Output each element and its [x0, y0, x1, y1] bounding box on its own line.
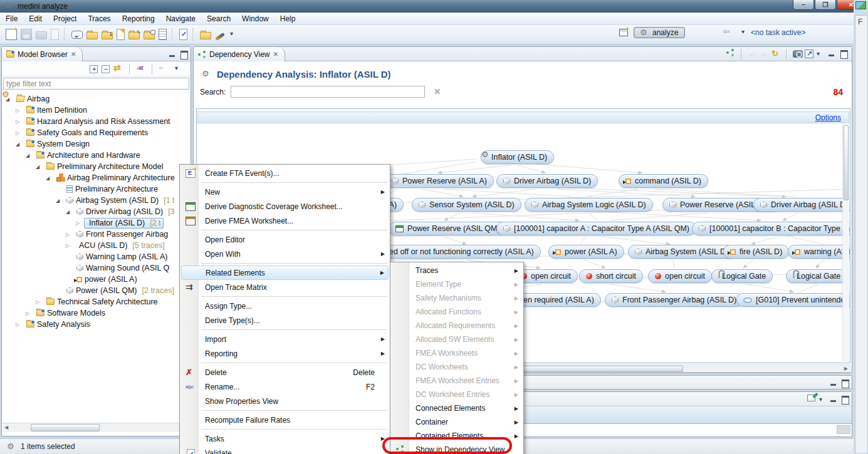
tsep-icon[interactable]: [192, 28, 195, 41]
context-menu-item[interactable]: Derive Type(s)... ▶: [181, 313, 389, 328]
tree-item[interactable]: ▷ Safety Analysis: [2, 319, 191, 330]
context-menu-item[interactable]: ▶: [181, 361, 389, 365]
folder-pencil-icon[interactable]: [128, 32, 140, 39]
scroll-left-icon[interactable]: ◀: [4, 425, 8, 430]
menu-bar-item[interactable]: Edit: [23, 13, 48, 24]
graph-node[interactable]: Driver Airbag (ASIL D): [496, 174, 598, 188]
context-menu-item[interactable]: ▶: [181, 408, 389, 413]
twistie-icon[interactable]: ◢: [16, 142, 24, 147]
close-tab-icon[interactable]: ✕: [273, 51, 278, 58]
tree-item[interactable]: Warning Sound (ASIL Q: [2, 262, 191, 274]
context-menu-item[interactable]: New ▶: [181, 185, 389, 199]
graph-node[interactable]: Logical Gate: [786, 269, 847, 283]
caret-sm-icon[interactable]: [174, 63, 185, 75]
twistie-icon[interactable]: ▷: [76, 220, 84, 226]
link-icon[interactable]: [113, 63, 125, 75]
submenu-item[interactable]: DC Worksheets ▶: [392, 360, 522, 374]
graph-node[interactable]: command (ASIL D): [619, 174, 708, 188]
tree-item[interactable]: ▷ Inflator (ASIL D) [2 t: [2, 217, 191, 229]
graph-node[interactable]: short circuit: [579, 269, 643, 283]
graph-node[interactable]: Inflator (ASIL D): [481, 150, 554, 164]
export-icon[interactable]: [805, 49, 813, 58]
twistie-icon[interactable]: ▷: [26, 311, 34, 316]
submenu-item[interactable]: Allocated Functions ▶: [392, 305, 522, 319]
tree-item[interactable]: Warning Lamp (ASIL A): [2, 251, 191, 262]
vsep-icon[interactable]: [152, 64, 154, 74]
minimize-view-icon[interactable]: [168, 49, 177, 58]
folder16-1-icon[interactable]: [102, 32, 113, 39]
win-max-icon[interactable]: [840, 395, 849, 403]
validate16-icon[interactable]: [179, 29, 187, 40]
tree-item[interactable]: ▷ Safety Goals and Requirements: [2, 127, 191, 138]
twistie-icon[interactable]: ▷: [16, 130, 24, 136]
maximize-view-icon[interactable]: [179, 49, 188, 58]
camera-icon[interactable]: [793, 50, 803, 58]
refresh-icon[interactable]: [771, 49, 782, 59]
graph-node[interactable]: [100001] capacitor A : Capacitor Type A …: [496, 222, 696, 235]
tree-item[interactable]: ◢ System Design: [2, 138, 191, 150]
context-menu-item[interactable]: ▶: [181, 294, 389, 299]
graph-node[interactable]: Sensor System (ASIL D): [412, 198, 521, 212]
context-menu-item[interactable]: Import ▶: [181, 332, 389, 346]
folder16-icon[interactable]: [86, 32, 98, 39]
twistie-icon[interactable]: ◢: [36, 164, 44, 170]
vsep-icon[interactable]: [741, 49, 743, 59]
menu-bar-item[interactable]: File: [0, 13, 23, 24]
context-menu-item[interactable]: Open Editor ▶: [181, 232, 389, 247]
context-menu-item[interactable]: Recompute Failure Rates ▶: [181, 413, 389, 427]
menu-bar-item[interactable]: Navigate: [160, 13, 201, 24]
submenu-item[interactable]: Container ▶: [392, 415, 522, 429]
new-wizard-icon[interactable]: [6, 29, 17, 40]
graph-node[interactable]: ed off or not functioning correctly (ASI…: [382, 245, 541, 259]
menu-bar-item[interactable]: Help: [275, 13, 301, 24]
tree-item[interactable]: ▷ ACU (ASIL D) [5 traces]: [2, 240, 191, 251]
context-menu-item[interactable]: Related Elements ▶: [181, 266, 389, 280]
note-icon[interactable]: [117, 29, 125, 40]
graph-node[interactable]: Power Reserve (ASIL A): [385, 174, 494, 188]
twistie-icon[interactable]: ▷: [16, 119, 24, 125]
menu-bar-item[interactable]: Window: [236, 13, 275, 24]
vsep-icon[interactable]: [129, 64, 132, 74]
context-menu-item[interactable]: ▶: [181, 228, 389, 232]
context-menu-item[interactable]: Reporting ▶: [181, 346, 389, 361]
vertical-scrollbar[interactable]: [842, 124, 849, 362]
model-browser-tab[interactable]: Model Browser ✕: [2, 47, 83, 61]
tree-item[interactable]: ▷ Hazard Analysis and Risk Assessment: [2, 116, 191, 127]
graph-node[interactable]: warning (ASIL: [788, 245, 850, 259]
save-icon[interactable]: [21, 29, 32, 40]
context-menu-item[interactable]: ▶: [181, 427, 389, 431]
forward-icon[interactable]: [760, 49, 770, 59]
submenu-item[interactable]: Safety Mechanisms ▶: [392, 291, 522, 305]
doc-icon[interactable]: [51, 29, 59, 40]
submenu-item[interactable]: Traces ▶: [392, 264, 522, 277]
task-caret-icon[interactable]: [740, 27, 746, 38]
doc-lines-icon[interactable]: [159, 29, 167, 40]
graph-node[interactable]: Power Reserve (ASIL QM): [389, 222, 507, 235]
win-min-icon[interactable]: [829, 395, 838, 403]
twistie-icon[interactable]: ▷: [16, 322, 24, 328]
tree-item[interactable]: ▷ Front Passenger Airbag: [2, 229, 191, 240]
folder16-icon[interactable]: [200, 32, 211, 39]
submenu-item[interactable]: FMEA Worksheets ▶: [392, 346, 522, 360]
win-min-icon[interactable]: [827, 49, 837, 59]
graph-node[interactable]: Front Passenger Airbag (ASIL D): [605, 293, 743, 307]
tree-item[interactable]: ◢ Preliminary Architecture Model: [2, 161, 191, 172]
tsep-icon[interactable]: [64, 28, 66, 41]
context-menu-item[interactable]: ▶: [181, 328, 389, 332]
twistie-icon[interactable]: ◢: [26, 153, 34, 158]
twistie-icon[interactable]: ◢: [66, 209, 74, 215]
clear-search-icon[interactable]: ✕: [434, 87, 441, 96]
expand-all-icon[interactable]: [90, 65, 98, 73]
twistie-icon[interactable]: ◢: [46, 175, 54, 181]
tree-item[interactable]: ▷ Technical Safety Architecture: [2, 296, 191, 307]
brush-icon[interactable]: [215, 33, 225, 41]
tree-item[interactable]: ◢ Airbag Preliminary Architecture: [2, 172, 191, 183]
win-max-icon[interactable]: [840, 378, 849, 387]
graph-node[interactable]: [100001] capacitor B : Capacitor Type A …: [692, 222, 850, 235]
analyze-perspective-button[interactable]: analyze: [634, 27, 685, 38]
twistie-icon[interactable]: ▷: [36, 299, 44, 305]
context-menu-item[interactable]: Validate ▶: [181, 446, 389, 454]
submenu-item[interactable]: Connected Elements ▶: [392, 401, 522, 415]
twistie-icon[interactable]: ◢: [56, 198, 64, 204]
tree-item[interactable]: power (ASIL A): [2, 274, 191, 285]
